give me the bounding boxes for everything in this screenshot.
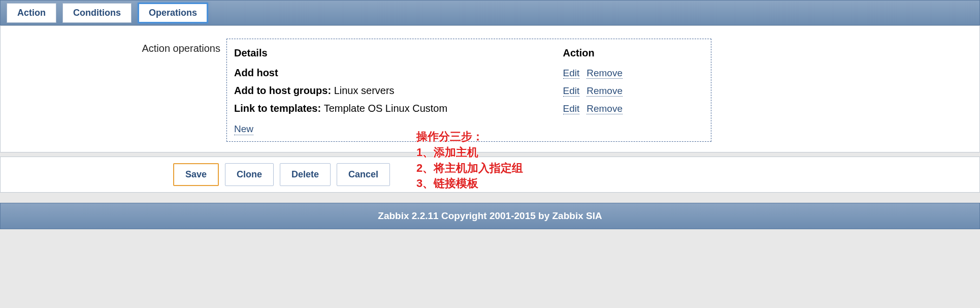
header-action: Action (563, 45, 704, 64)
new-link[interactable]: New (234, 124, 253, 135)
tab-action[interactable]: Action (7, 3, 56, 23)
op-actions: EditRemove (563, 64, 704, 82)
delete-button[interactable]: Delete (280, 163, 331, 186)
tab-bar: Action Conditions Operations (0, 0, 980, 25)
op-value: Template OS Linux Custom (324, 103, 447, 114)
clone-button[interactable]: Clone (225, 163, 274, 186)
edit-link[interactable]: Edit (563, 103, 580, 114)
cancel-button[interactable]: Cancel (337, 163, 390, 186)
tab-operations[interactable]: Operations (138, 3, 208, 23)
button-spacer (8, 163, 173, 186)
remove-link[interactable]: Remove (586, 103, 623, 114)
op-actions: EditRemove (563, 82, 704, 100)
op-label: Add to host groups: (234, 85, 334, 96)
op-value: Linux servers (334, 85, 395, 96)
form-label: Action operations (8, 39, 226, 54)
op-detail: Add host (234, 64, 563, 82)
op-detail: Add to host groups: Linux servers (234, 82, 563, 100)
tab-conditions[interactable]: Conditions (62, 3, 132, 23)
edit-link[interactable]: Edit (563, 68, 580, 79)
remove-link[interactable]: Remove (586, 85, 623, 97)
op-actions: EditRemove (563, 100, 704, 117)
header-details: Details (234, 45, 563, 64)
form-row: Action operations Details Action Add hos… (8, 39, 972, 142)
table-row: Add to host groups: Linux servers EditRe… (234, 82, 704, 100)
footer: Zabbix 2.2.11 Copyright 2001-2015 by Zab… (0, 203, 980, 229)
table-row: Link to templates: Template OS Linux Cus… (234, 100, 704, 117)
op-label: Link to templates: (234, 103, 324, 114)
button-bar: Save Clone Delete Cancel (0, 157, 980, 193)
operations-table: Details Action Add host EditRemove Add t… (234, 45, 704, 117)
op-detail: Link to templates: Template OS Linux Cus… (234, 100, 563, 117)
table-header-row: Details Action (234, 45, 704, 64)
op-label: Add host (234, 67, 278, 78)
table-row: Add host EditRemove (234, 64, 704, 82)
remove-link[interactable]: Remove (586, 68, 623, 79)
save-button[interactable]: Save (173, 163, 219, 186)
content-panel: Action operations Details Action Add hos… (0, 25, 980, 152)
edit-link[interactable]: Edit (563, 85, 580, 97)
operations-box: Details Action Add host EditRemove Add t… (226, 39, 711, 142)
